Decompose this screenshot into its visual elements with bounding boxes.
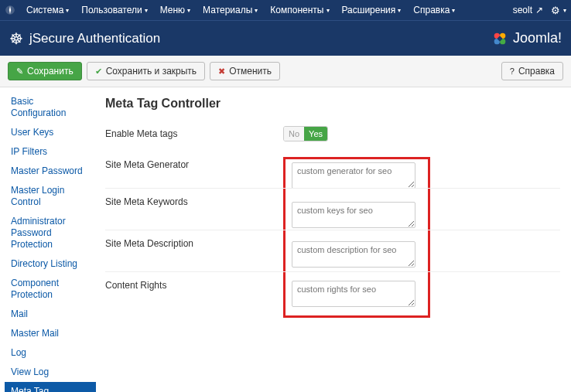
sidebar-item-meta-tag-controller[interactable]: Meta Tag Controller [5, 382, 96, 392]
menu-menu[interactable]: Меню ▾ [156, 2, 195, 19]
sidebar-item-basic-configuration[interactable]: Basic Configuration [5, 92, 96, 123]
sidebar-item-mail[interactable]: Mail [5, 305, 96, 324]
save-button[interactable]: ✎Сохранить [8, 62, 82, 80]
top-menu: Система ▾ Пользователи ▾ Меню ▾ Материал… [22, 2, 513, 19]
label-rights: Content Rights [105, 278, 283, 291]
content-area: Meta Tag Controller Enable Meta tags No … [96, 87, 571, 392]
cancel-button[interactable]: ✖Отменить [210, 62, 280, 80]
top-menubar: Система ▾ Пользователи ▾ Меню ▾ Материал… [0, 0, 571, 20]
chevron-down-icon: ▾ [398, 7, 401, 14]
sidebar-item-view-log[interactable]: View Log [5, 363, 96, 382]
chevron-down-icon: ▾ [145, 7, 148, 14]
sidebar-item-master-password[interactable]: Master Password [5, 162, 96, 181]
gear-icon: ⚙ [551, 5, 560, 16]
menu-system[interactable]: Система ▾ [22, 2, 74, 19]
external-link-icon: ↗ [535, 5, 543, 15]
sidebar: Basic Configuration User Keys IP Filters… [0, 87, 96, 392]
joomla-icon [5, 5, 15, 15]
save-close-button[interactable]: ✔Сохранить и закрыть [87, 62, 205, 80]
chevron-down-icon: ▾ [66, 7, 69, 14]
menu-content[interactable]: Материалы ▾ [198, 2, 262, 19]
help-button[interactable]: ?Справка [501, 62, 563, 80]
label-enable-meta: Enable Meta tags [105, 126, 283, 139]
top-right: seolt ↗ ⚙ ▾ [513, 5, 566, 16]
joomla-brand-text: Joomla! [513, 30, 562, 46]
sidebar-item-user-keys[interactable]: User Keys [5, 123, 96, 142]
menu-extensions[interactable]: Расширения ▾ [337, 2, 406, 19]
site-link[interactable]: seolt ↗ [513, 5, 543, 15]
chevron-down-icon: ▾ [255, 7, 258, 14]
enable-meta-toggle[interactable]: No Yes [283, 126, 328, 141]
sidebar-item-master-mail[interactable]: Master Mail [5, 324, 96, 343]
title-bar: ☸ jSecure Authentication Joomla! [0, 20, 571, 56]
sidebar-item-master-login-control[interactable]: Master Login Control [5, 181, 96, 212]
component-icon: ☸ [9, 29, 23, 48]
menu-users[interactable]: Пользователи ▾ [77, 2, 152, 19]
chevron-down-icon: ▾ [187, 7, 190, 14]
joomla-brand: Joomla! [491, 30, 562, 47]
menu-components[interactable]: Компоненты ▾ [265, 2, 333, 19]
input-description[interactable] [292, 241, 415, 268]
help-icon: ? [510, 66, 515, 76]
sidebar-item-ip-filters[interactable]: IP Filters [5, 142, 96, 162]
chevron-down-icon: ▾ [452, 7, 455, 14]
check-icon: ✔ [95, 66, 102, 77]
page-heading: Meta Tag Controller [105, 97, 560, 111]
row-enable-meta: Enable Meta tags No Yes [105, 118, 560, 149]
chevron-down-icon: ▾ [563, 7, 566, 14]
label-keywords: Site Meta Keywords [105, 194, 283, 207]
input-keywords[interactable] [292, 202, 415, 228]
chevron-down-icon: ▾ [327, 7, 330, 14]
input-generator[interactable] [292, 162, 415, 189]
sidebar-item-admin-password-protection[interactable]: Administrator Password Protection [5, 212, 96, 254]
menu-help[interactable]: Справка ▾ [409, 2, 460, 19]
sidebar-item-component-protection[interactable]: Component Protection [5, 274, 96, 305]
main-layout: Basic Configuration User Keys IP Filters… [0, 87, 571, 392]
input-rights[interactable] [292, 281, 415, 307]
page-component-title: jSecure Authentication [29, 31, 491, 46]
settings-dropdown[interactable]: ⚙ ▾ [551, 5, 566, 16]
enable-meta-yes[interactable]: Yes [304, 127, 327, 141]
highlight-annotation [283, 157, 430, 318]
label-description: Site Meta Description [105, 236, 283, 249]
joomla-logo-icon [491, 30, 508, 47]
apply-icon: ✎ [16, 66, 23, 77]
sidebar-item-log[interactable]: Log [5, 343, 96, 363]
cancel-icon: ✖ [218, 66, 225, 77]
sidebar-item-directory-listing[interactable]: Directory Listing [5, 254, 96, 274]
enable-meta-no[interactable]: No [284, 127, 304, 141]
label-generator: Site Meta Generator [105, 157, 283, 170]
action-toolbar: ✎Сохранить ✔Сохранить и закрыть ✖Отменит… [0, 56, 571, 87]
